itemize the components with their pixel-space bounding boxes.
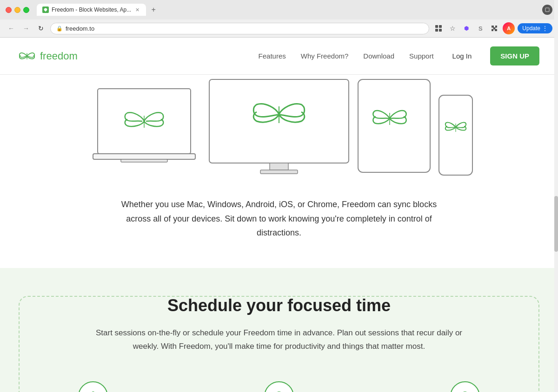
schedule-section: Schedule your focused time Start session… [0, 268, 558, 392]
toolbar-icons: ☆ ⬢ S A Update ⋮ [433, 22, 552, 34]
star-icon[interactable]: ☆ [447, 23, 458, 34]
svg-rect-0 [545, 8, 549, 12]
nav-features[interactable]: Features [259, 52, 286, 60]
tab-favicon [42, 7, 49, 13]
step-2: 2 Choose Sites & Apps [232, 381, 326, 392]
scrollbar-thumb[interactable] [554, 196, 558, 252]
new-tab-button[interactable]: + [148, 4, 159, 15]
back-button[interactable]: ← [6, 23, 17, 34]
schedule-description: Start sessions on-the-fly or schedule yo… [93, 327, 465, 353]
raindrop-icon[interactable]: ⬢ [461, 23, 472, 34]
url-text: freedom.to [66, 25, 423, 32]
browser-addressbar: ← → ↻ 🔒 freedom.to ☆ ⬢ S [0, 20, 558, 37]
step-1: 1 Select Your Devices [46, 381, 140, 392]
logo-butterfly-icon [19, 51, 35, 62]
reload-button[interactable]: ↻ [35, 23, 46, 34]
scrollbar[interactable] [554, 0, 558, 392]
svg-rect-16 [439, 95, 472, 175]
update-chevron: ⋮ [542, 25, 548, 32]
nav-why[interactable]: Why Freedom? [301, 52, 349, 60]
step-2-number: 2 [264, 381, 294, 392]
nav-links: Features Why Freedom? Download Support L… [259, 46, 539, 65]
nav-download[interactable]: Download [363, 52, 394, 60]
tablet-device [353, 75, 437, 179]
nav-signup-button[interactable]: SIGN UP [490, 46, 539, 65]
window-controls-right [542, 5, 552, 15]
devices-section: Whether you use Mac, Windows, Android, i… [0, 75, 558, 268]
tabs-bar: Freedom - Block Websites, Ap... ✕ + [37, 4, 538, 16]
step-3: 3 Set Your Schedule [418, 381, 512, 392]
site-content: freedom Features Why Freedom? Download S… [0, 38, 558, 392]
step-3-number: 3 [450, 381, 480, 392]
step-1-number: 1 [78, 381, 108, 392]
forward-button[interactable]: → [20, 23, 32, 34]
desktop-device [200, 75, 358, 179]
schedule-heading: Schedule your focused time [19, 296, 539, 315]
nav-support[interactable]: Support [409, 52, 434, 60]
puzzle-icon[interactable] [489, 23, 500, 34]
svg-rect-9 [121, 159, 167, 162]
svg-rect-1 [435, 25, 438, 28]
devices-description: Whether you use Mac, Windows, Android, i… [116, 197, 442, 240]
svg-rect-14 [358, 79, 430, 172]
update-button-label: Update [522, 25, 540, 32]
minimize-window-button[interactable] [14, 7, 20, 13]
connector-2 [326, 381, 418, 392]
s-icon[interactable]: S [475, 23, 486, 34]
logo-text: freedom [40, 50, 78, 62]
fullscreen-icon[interactable] [542, 5, 552, 15]
update-button[interactable]: Update ⋮ [518, 23, 552, 33]
avatar[interactable]: A [503, 22, 515, 34]
grid-icon[interactable] [433, 23, 444, 34]
tab-title: Freedom - Block Websites, Ap... [52, 7, 131, 13]
address-bar[interactable]: 🔒 freedom.to [50, 23, 429, 34]
browser-chrome: Freedom - Block Websites, Ap... ✕ + ← → … [0, 0, 558, 38]
svg-rect-3 [435, 29, 438, 32]
traffic-lights [6, 7, 29, 13]
phone-device [437, 93, 474, 179]
lock-icon: 🔒 [56, 26, 63, 32]
svg-rect-2 [439, 25, 442, 28]
svg-rect-13 [260, 170, 298, 174]
steps-row: 1 Select Your Devices 2 Choose Sites & A… [19, 381, 539, 392]
connector-1 [140, 381, 232, 392]
maximize-window-button[interactable] [23, 7, 29, 13]
devices-illustration [19, 75, 539, 179]
close-window-button[interactable] [6, 7, 12, 13]
laptop-device [84, 84, 205, 179]
browser-titlebar: Freedom - Block Websites, Ap... ✕ + [0, 0, 558, 20]
svg-rect-12 [270, 163, 288, 170]
logo[interactable]: freedom [19, 50, 78, 62]
nav-login[interactable]: Log In [452, 52, 472, 60]
svg-rect-8 [93, 154, 195, 159]
active-tab[interactable]: Freedom - Block Websites, Ap... ✕ [37, 4, 146, 16]
svg-rect-4 [439, 29, 442, 32]
site-nav: freedom Features Why Freedom? Download S… [0, 38, 558, 75]
tab-close-button[interactable]: ✕ [134, 7, 140, 13]
